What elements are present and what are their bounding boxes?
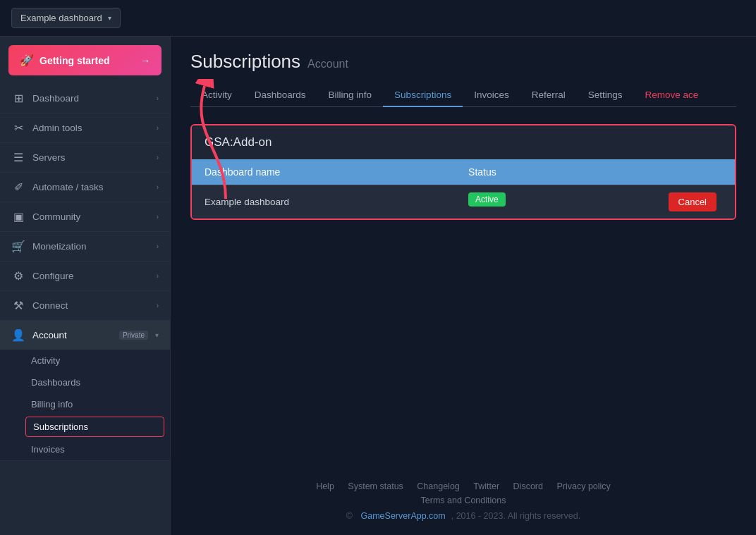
sidebar: 🚀 Getting started → ⊞ Dashboard › ✂ Admi… — [0, 37, 171, 535]
page-title: Subscriptions — [190, 51, 300, 73]
footer-link-help[interactable]: Help — [316, 481, 334, 491]
chevron-right-icon: › — [157, 242, 159, 250]
chevron-right-icon: › — [157, 183, 159, 191]
rocket-icon: 🚀 — [20, 54, 34, 67]
sidebar-item-monetization[interactable]: 🛒 Monetization › — [0, 232, 170, 262]
footer-link-terms[interactable]: Terms and Conditions — [421, 496, 506, 505]
subscriptions-content: GSA:Add-on Dashboard name Status Example… — [171, 107, 756, 465]
footer-links: Help System status Changelog Twitter Dis… — [190, 481, 736, 491]
getting-started-button[interactable]: 🚀 Getting started → — [8, 45, 161, 75]
account-label: Account — [32, 330, 109, 340]
automate-icon: ✐ — [11, 180, 25, 194]
account-section: 👤 Account Private ▾ Activity Dashboards … — [0, 321, 170, 461]
footer-link-system-status[interactable]: System status — [348, 481, 403, 491]
footer-link-twitter[interactable]: Twitter — [473, 481, 499, 491]
sidebar-item-automate-tasks[interactable]: ✐ Automate / tasks › — [0, 173, 170, 202]
sidebar-subitem-invoices[interactable]: Invoices — [0, 438, 170, 460]
private-badge: Private — [119, 331, 148, 340]
content-area: Subscriptions Account Activity Dashboard… — [171, 37, 756, 535]
tab-subscriptions[interactable]: Subscriptions — [383, 84, 463, 107]
account-icon: 👤 — [11, 328, 25, 342]
configure-icon: ⚙ — [11, 269, 25, 283]
chevron-right-icon: › — [157, 213, 159, 221]
sidebar-item-dashboard[interactable]: ⊞ Dashboard › — [0, 84, 170, 113]
chevron-right-icon: › — [157, 94, 159, 102]
footer-link-privacy[interactable]: Privacy policy — [556, 481, 610, 491]
status-badge: Active — [468, 192, 506, 207]
sidebar-subitem-activity[interactable]: Activity — [0, 350, 170, 371]
account-sub-items: Activity Dashboards Billing info Subscri… — [0, 350, 170, 460]
sidebar-item-label: Admin tools — [32, 123, 150, 133]
chevron-right-icon: › — [157, 124, 159, 132]
dashboard-name-cell: Example dashboard — [192, 185, 456, 219]
tab-billing-info[interactable]: Billing info — [317, 84, 384, 107]
monetization-icon: 🛒 — [11, 240, 25, 253]
chevron-down-icon: ▾ — [155, 331, 159, 339]
getting-started-label: Getting started — [39, 55, 110, 66]
servers-icon: ☰ — [11, 151, 25, 164]
admin-tools-icon: ✂ — [11, 121, 25, 135]
tabs: Activity Dashboards Billing info Subscri… — [190, 84, 736, 107]
tab-invoices[interactable]: Invoices — [463, 84, 520, 107]
tab-dashboards[interactable]: Dashboards — [243, 84, 317, 107]
sidebar-item-label: Dashboard — [32, 93, 150, 104]
sidebar-item-label: Configure — [32, 271, 150, 281]
connect-icon: ⚒ — [11, 299, 25, 312]
sidebar-subitem-billing-info[interactable]: Billing info — [0, 393, 170, 415]
dashboard-selector[interactable]: Example dashboard ▾ — [11, 8, 121, 28]
dashboard-icon: ⊞ — [11, 92, 25, 105]
cancel-button[interactable]: Cancel — [669, 192, 717, 211]
chevron-right-icon: › — [157, 302, 159, 309]
dashboard-selector-label: Example dashboard — [20, 13, 102, 23]
table-row: Example dashboard Active Cancel — [192, 185, 735, 219]
sidebar-item-servers[interactable]: ☰ Servers › — [0, 143, 170, 173]
footer-links2: Terms and Conditions — [190, 496, 736, 505]
page-subtitle: Account — [307, 58, 348, 70]
tab-remove-ace[interactable]: Remove ace — [633, 84, 709, 107]
tab-referral[interactable]: Referral — [520, 84, 577, 107]
sidebar-item-admin-tools[interactable]: ✂ Admin tools › — [0, 113, 170, 143]
footer: Help System status Changelog Twitter Dis… — [171, 465, 756, 535]
subscription-box-title: GSA:Add-on — [192, 125, 735, 159]
footer-link-discord[interactable]: Discord — [513, 481, 543, 491]
arrow-right-icon: → — [140, 55, 150, 66]
sidebar-item-label: Monetization — [32, 241, 150, 252]
page-title-row: Subscriptions Account — [190, 51, 736, 73]
sidebar-item-label: Connect — [32, 300, 150, 311]
chevron-right-icon: › — [157, 154, 159, 161]
sidebar-item-community[interactable]: ▣ Community › — [0, 202, 170, 232]
table-header-row: Dashboard name Status — [192, 159, 735, 185]
content-header: Subscriptions Account Activity Dashboard… — [171, 37, 756, 107]
sidebar-item-label: Automate / tasks — [32, 182, 150, 192]
subscription-table: Dashboard name Status Example dashboard … — [192, 159, 735, 219]
sidebar-subitem-dashboards[interactable]: Dashboards — [0, 371, 170, 393]
status-cell: Active Cancel — [456, 185, 735, 219]
tab-activity[interactable]: Activity — [190, 84, 243, 107]
community-icon: ▣ — [11, 210, 25, 223]
main-layout: 🚀 Getting started → ⊞ Dashboard › ✂ Admi… — [0, 37, 756, 535]
col-dashboard-name: Dashboard name — [192, 159, 456, 185]
subscription-box: GSA:Add-on Dashboard name Status Example… — [190, 124, 736, 220]
footer-link-changelog[interactable]: Changelog — [417, 481, 459, 491]
sidebar-item-account[interactable]: 👤 Account Private ▾ — [0, 321, 170, 350]
topbar: Example dashboard ▾ — [0, 0, 756, 37]
footer-link-gsa[interactable]: GameServerApp.com — [361, 511, 446, 521]
chevron-down-icon: ▾ — [108, 14, 111, 22]
sidebar-subitem-subscriptions[interactable]: Subscriptions — [25, 417, 164, 437]
sidebar-item-label: Servers — [32, 152, 150, 163]
sidebar-item-connect[interactable]: ⚒ Connect › — [0, 291, 170, 321]
sidebar-item-label: Community — [32, 211, 150, 222]
copyright: © GameServerApp.com, 2016 - 2023. All ri… — [190, 511, 736, 521]
tab-settings[interactable]: Settings — [577, 84, 634, 107]
chevron-right-icon: › — [157, 272, 159, 280]
sidebar-item-configure[interactable]: ⚙ Configure › — [0, 262, 170, 291]
col-status: Status — [456, 159, 735, 185]
